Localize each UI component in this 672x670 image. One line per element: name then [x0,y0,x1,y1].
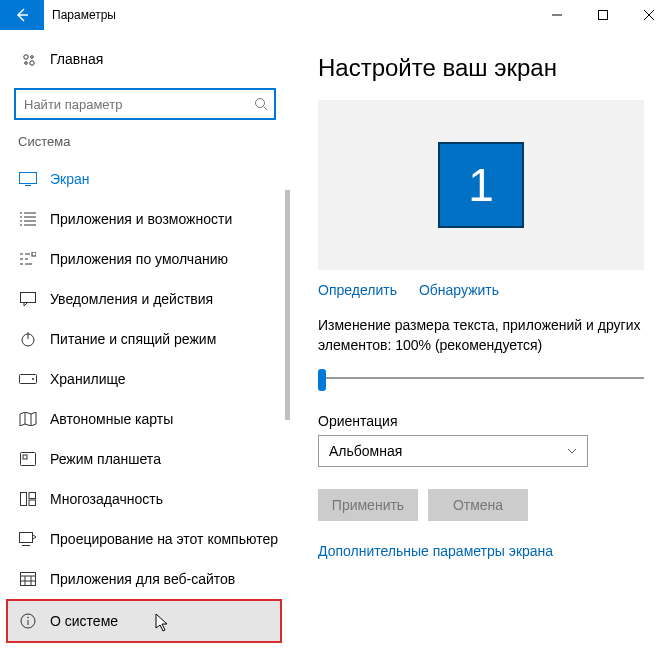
detect-link[interactable]: Обнаружить [419,282,499,298]
sidebar-item-display[interactable]: Экран [0,159,290,199]
sidebar-item-label: Режим планшета [38,451,161,467]
nav-list: Экран Приложения и возможности Приложени… [0,159,290,670]
sidebar-item-webapps[interactable]: Приложения для веб-сайтов [0,559,290,599]
apply-label: Применить [332,497,404,513]
orientation-select[interactable]: Альбомная [318,435,588,467]
multitask-icon [18,492,38,506]
sidebar-item-label: Хранилище [38,371,126,387]
sidebar-item-label: Приложения по умолчанию [38,251,228,267]
cancel-label: Отмена [453,497,503,513]
sidebar-item-label: Питание и спящий режим [38,331,216,347]
svg-rect-7 [32,252,36,256]
minimize-button[interactable] [534,0,580,30]
svg-rect-8 [21,293,36,303]
titlebar: Параметры [0,0,672,30]
sidebar-item-label: Многозадачность [38,491,163,507]
group-header: Система [0,134,290,159]
search-icon [254,97,268,111]
svg-point-11 [32,378,34,380]
tablet-icon [18,452,38,466]
minimize-icon [552,10,562,20]
map-icon [18,412,38,426]
svg-rect-16 [29,500,36,506]
drive-icon [18,374,38,384]
sidebar-item-multitask[interactable]: Многозадачность [0,479,290,519]
power-icon [18,331,38,347]
scale-slider[interactable] [318,367,644,395]
svg-rect-6 [20,173,37,184]
search-box[interactable] [14,88,276,120]
svg-rect-17 [20,533,33,543]
slider-track [322,377,644,379]
apply-button: Применить [318,489,418,521]
monitor-icon [18,172,38,186]
sidebar-item-apps-features[interactable]: Приложения и возможности [0,199,290,239]
svg-point-2 [31,56,34,59]
sidebar-item-tablet[interactable]: Режим планшета [0,439,290,479]
svg-rect-14 [21,493,27,506]
grid-icon [18,572,38,586]
sidebar: Главная Система Экран Приложен [0,30,290,670]
svg-point-5 [256,99,265,108]
sidebar-item-default-apps[interactable]: Приложения по умолчанию [0,239,290,279]
sidebar-item-label: Автономные карты [38,411,173,427]
home-label: Главная [38,51,103,67]
maximize-icon [598,10,608,20]
sidebar-item-label: Приложения и возможности [38,211,232,227]
svg-point-20 [27,617,29,619]
maximize-button[interactable] [580,0,626,30]
sidebar-item-about[interactable]: О системе [6,599,282,643]
monitor-id: 1 [468,158,494,212]
search-input[interactable] [14,88,276,120]
sidebar-item-maps[interactable]: Автономные карты [0,399,290,439]
scale-label: Изменение размера текста, приложений и д… [318,316,644,355]
svg-rect-18 [21,573,36,586]
sidebar-item-label: Уведомления и действия [38,291,213,307]
close-icon [644,10,654,20]
sidebar-item-notifications[interactable]: Уведомления и действия [0,279,290,319]
list-icon [18,212,38,226]
home-icon [18,50,38,68]
sidebar-item-label: Проецирование на этот компьютер [38,531,278,547]
sidebar-item-label: Приложения для веб-сайтов [38,571,235,587]
monitor-tile-1[interactable]: 1 [438,142,524,228]
chevron-down-icon [567,448,577,454]
arrow-left-icon [14,7,30,23]
identify-link[interactable]: Определить [318,282,397,298]
main-panel: Настройте ваш экран 1 Определить Обнаруж… [290,30,672,670]
back-button[interactable] [0,0,44,30]
sidebar-item-power[interactable]: Питание и спящий режим [0,319,290,359]
svg-point-3 [25,62,28,65]
defaults-icon [18,252,38,266]
home-link[interactable]: Главная [0,42,290,76]
orientation-label: Ориентация [318,413,644,429]
cancel-button: Отмена [428,489,528,521]
svg-point-1 [24,55,28,59]
page-title: Настройте ваш экран [318,54,644,82]
orientation-value: Альбомная [329,443,402,459]
sidebar-item-storage[interactable]: Хранилище [0,359,290,399]
svg-rect-0 [599,11,608,20]
slider-thumb[interactable] [318,369,326,391]
advanced-link[interactable]: Дополнительные параметры экрана [318,543,644,559]
window-controls [534,0,672,30]
svg-rect-13 [23,455,27,459]
project-icon [18,532,38,546]
sidebar-item-label: О системе [38,613,118,629]
svg-rect-15 [29,493,36,499]
chat-icon [18,292,38,306]
window-title: Параметры [44,8,116,22]
monitor-preview[interactable]: 1 [318,100,644,270]
content: Главная Система Экран Приложен [0,30,672,670]
info-icon [18,613,38,629]
sidebar-item-projecting[interactable]: Проецирование на этот компьютер [0,519,290,559]
close-button[interactable] [626,0,672,30]
sidebar-item-label: Экран [38,171,90,187]
svg-point-4 [30,61,34,65]
